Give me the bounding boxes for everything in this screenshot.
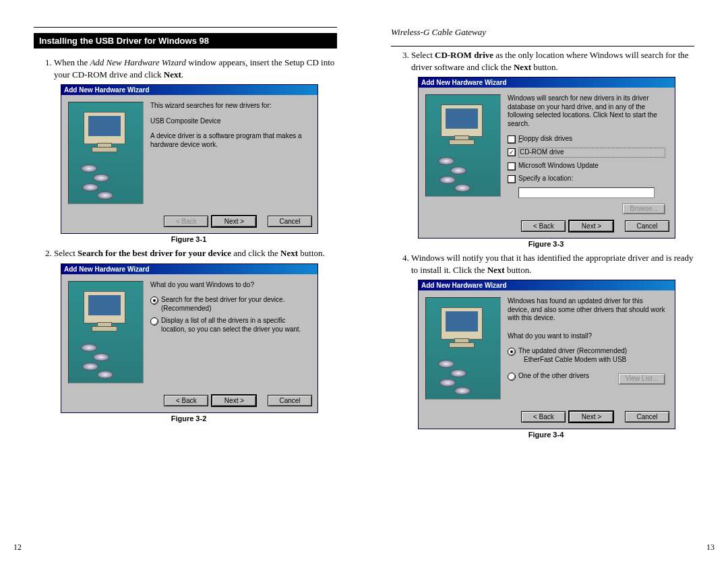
step1-italic: Add New Hardware Wizard bbox=[90, 57, 186, 67]
wizard1-illustration bbox=[68, 102, 144, 204]
wizard3-cb-floppy[interactable]: FFloppy disk drivesloppy disk drives bbox=[508, 135, 665, 144]
page-right: Wireless-G Cable Gateway Select CD-ROM d… bbox=[364, 0, 728, 562]
step2-post: button. bbox=[298, 248, 325, 258]
wizard2-cancel-button[interactable]: Cancel bbox=[268, 395, 312, 406]
wizard2-opt1b: (Recommended) bbox=[161, 305, 211, 312]
wizard3-cb-update[interactable]: Microsoft Windows Update bbox=[508, 162, 665, 170]
wizard2-content: What do you want Windows to do? Search f… bbox=[150, 281, 311, 389]
wizard3-illustration bbox=[425, 94, 501, 197]
wizard3-content: Windows will search for new drivers in i… bbox=[508, 94, 668, 214]
wizard2-titlebar: Add New Hardware Wizard bbox=[61, 264, 317, 274]
wizard1-back-button[interactable]: < Back bbox=[164, 216, 208, 227]
instruction-list-right-2: Windows will notify you that it has iden… bbox=[404, 252, 694, 276]
wizard4-back-button[interactable]: < Back bbox=[521, 411, 566, 423]
step4-post: button. bbox=[505, 265, 532, 275]
step3-bold1: CD-ROM drive bbox=[435, 50, 493, 60]
instruction-list-left-2: Select Search for the best driver for yo… bbox=[47, 247, 337, 259]
wizard2-opt2: Display a list of all the drivers in a s… bbox=[161, 317, 308, 334]
wizard1-line2: USB Composite Device bbox=[150, 117, 308, 126]
step-4: Windows will notify you that it has iden… bbox=[411, 252, 694, 276]
wizard4-option2[interactable]: One of the other drivers View List... bbox=[508, 372, 665, 385]
wizard3-cb-specify[interactable]: Specify a location: bbox=[508, 175, 665, 183]
wizard2-next-button[interactable]: Next > bbox=[211, 394, 257, 407]
wizard3-location-field[interactable] bbox=[518, 187, 655, 198]
wizard3-opt3: Microsoft Windows Update bbox=[518, 162, 665, 170]
wizard4-intro: Windows has found an updated driver for … bbox=[508, 297, 665, 323]
wizard-dialog-4: Add New Hardware Wizard Windows has foun… bbox=[418, 280, 675, 429]
radio-icon bbox=[150, 296, 158, 305]
wizard4-option1[interactable]: The updated driver (Recommended) EtherFa… bbox=[508, 347, 665, 364]
wizard2-prompt: What do you want Windows to do? bbox=[150, 281, 308, 290]
radio-icon bbox=[508, 348, 516, 356]
wizard3-buttons: < BackNext > Cancel bbox=[419, 217, 675, 238]
wizard1-buttons: < BackNext > Cancel bbox=[61, 212, 317, 233]
step3-bold2: Next bbox=[514, 62, 531, 72]
checkbox-icon bbox=[508, 175, 516, 183]
page-number-right: 13 bbox=[706, 542, 715, 553]
page-left: Installing the USB Driver for Windows 98… bbox=[0, 0, 364, 562]
wizard4-viewlist-button[interactable]: View List... bbox=[618, 373, 665, 385]
figure-3-3: Add New Hardware Wizard Windows will sea… bbox=[418, 77, 694, 239]
wizard3-back-button[interactable]: < Back bbox=[521, 220, 566, 232]
wizard3-opt4: Specify a location: bbox=[518, 175, 665, 183]
wizard-dialog-1: Add New Hardware Wizard This wizard sear… bbox=[61, 84, 318, 234]
checkbox-icon bbox=[508, 162, 516, 170]
step2-mid: and click the bbox=[231, 248, 280, 258]
figure-3-4-caption: Figure 3-4 bbox=[418, 431, 674, 439]
wizard4-cancel-button[interactable]: Cancel bbox=[625, 411, 669, 423]
wizard1-titlebar: Add New Hardware Wizard bbox=[61, 85, 317, 95]
wizard3-titlebar: Add New Hardware Wizard bbox=[419, 77, 675, 88]
figure-3-1: Add New Hardware Wizard This wizard sear… bbox=[61, 84, 337, 234]
checkbox-icon bbox=[508, 135, 516, 144]
wizard1-line1: This wizard searches for new drivers for… bbox=[150, 102, 308, 111]
radio-icon bbox=[508, 373, 516, 381]
wizard4-content: Windows has found an updated driver for … bbox=[508, 297, 668, 405]
wizard3-intro: Windows will search for new drivers in i… bbox=[508, 94, 665, 128]
wizard2-back-button[interactable]: < Back bbox=[164, 395, 208, 406]
step4-pre: Windows will notify you that it has iden… bbox=[411, 253, 694, 275]
step2-pre: Select bbox=[54, 248, 78, 258]
wizard1-cancel-button[interactable]: Cancel bbox=[268, 216, 312, 227]
wizard4-next-button[interactable]: Next > bbox=[568, 410, 614, 423]
wizard3-cancel-button[interactable]: Cancel bbox=[625, 220, 669, 232]
wizard4-titlebar: Add New Hardware Wizard bbox=[419, 280, 675, 290]
figure-3-4: Add New Hardware Wizard Windows has foun… bbox=[418, 280, 694, 429]
wizard-dialog-2: Add New Hardware Wizard What do you want… bbox=[61, 263, 318, 413]
section-title-bar: Installing the USB Driver for Windows 98 bbox=[34, 33, 337, 49]
figure-3-3-caption: Figure 3-3 bbox=[418, 240, 674, 248]
step-2: Select Search for the best driver for yo… bbox=[54, 247, 337, 259]
step2-bold1: Search for the best driver for your devi… bbox=[78, 248, 231, 258]
step1-post: . bbox=[181, 69, 183, 80]
step3-pre: Select bbox=[411, 50, 435, 60]
step2-bold2: Next bbox=[280, 248, 298, 258]
figure-3-1-caption: Figure 3-1 bbox=[61, 235, 317, 243]
wizard3-cb-cdrom[interactable]: CD-ROM drive bbox=[508, 148, 665, 158]
wizard4-opt1a: The updated driver (Recommended) bbox=[518, 347, 627, 354]
wizard3-next-button[interactable]: Next > bbox=[568, 220, 614, 232]
wizard1-content: This wizard searches for new drivers for… bbox=[150, 102, 311, 210]
wizard4-prompt: What do you want to install? bbox=[508, 332, 665, 341]
wizard2-illustration bbox=[68, 281, 144, 383]
wizard4-opt1b: EtherFast Cable Modem with USB bbox=[524, 356, 626, 363]
wizard3-browse-button[interactable]: Browse... bbox=[622, 204, 665, 215]
step-3: Select CD-ROM drive as the only location… bbox=[411, 49, 694, 73]
wizard4-opt2: One of the other drivers bbox=[518, 372, 602, 381]
figure-3-2-caption: Figure 3-2 bbox=[61, 414, 317, 423]
wizard2-opt1a: Search for the best driver for your devi… bbox=[161, 296, 284, 303]
step1-pre: When the bbox=[54, 57, 90, 67]
step4-bold: Next bbox=[487, 265, 505, 275]
wizard2-option1[interactable]: Search for the best driver for your devi… bbox=[150, 296, 308, 313]
wizard-dialog-3: Add New Hardware Wizard Windows will sea… bbox=[418, 77, 675, 239]
wizard1-line3: A device driver is a software program th… bbox=[150, 132, 308, 149]
top-rule-right bbox=[391, 46, 694, 46]
wizard4-illustration bbox=[425, 297, 501, 400]
product-header: Wireless-G Cable Gateway bbox=[391, 27, 694, 38]
figure-3-2: Add New Hardware Wizard What do you want… bbox=[61, 263, 337, 413]
instruction-list-left: When the Add New Hardware Wizard window … bbox=[47, 57, 337, 80]
wizard2-option2[interactable]: Display a list of all the drivers in a s… bbox=[150, 317, 308, 334]
wizard2-buttons: < BackNext > Cancel bbox=[61, 392, 317, 412]
radio-icon bbox=[150, 317, 158, 325]
wizard1-next-button[interactable]: Next > bbox=[211, 215, 257, 228]
step-1: When the Add New Hardware Wizard window … bbox=[54, 57, 337, 80]
wizard3-opt2: CD-ROM drive bbox=[518, 148, 665, 158]
